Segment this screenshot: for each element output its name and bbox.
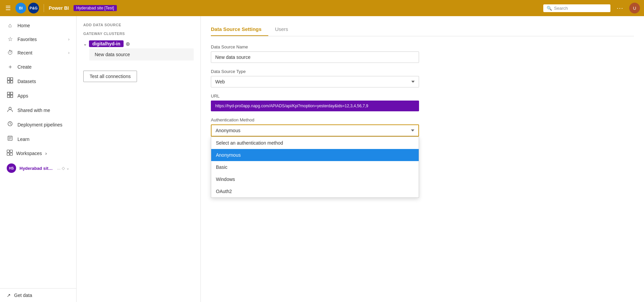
topbar-divider	[44, 4, 44, 12]
svg-rect-3	[10, 81, 13, 83]
svg-rect-2	[7, 81, 10, 83]
dots-icon: ...	[57, 166, 60, 171]
auth-dropdown-option-windows[interactable]: Windows	[211, 173, 419, 185]
svg-rect-6	[7, 95, 10, 98]
auth-select-container: Anonymous Basic Windows OAuth2 Select an…	[211, 124, 419, 137]
app-title: Power BI	[49, 5, 69, 11]
more-options-icon[interactable]: ⋯	[616, 4, 623, 12]
search-placeholder: Search	[554, 6, 568, 11]
sidebar-workspace-item[interactable]: HS Hyderabad site [...] ... ◇ ⌄	[0, 160, 76, 176]
test-connections-button[interactable]: Test all connections	[83, 71, 137, 82]
shared-icon	[7, 106, 13, 114]
auth-method-group: Authentication Method Anonymous Basic Wi…	[211, 117, 634, 137]
auth-dropdown-option-basic[interactable]: Basic	[211, 161, 419, 173]
datasource-type-group: Data Source Type Web	[211, 69, 634, 87]
topbar: ☰ BI P&G Power BI Hyderabad site [Test] …	[0, 0, 644, 16]
workspace-name: Hyderabad site [...]	[19, 166, 54, 171]
home-icon: ⌂	[7, 22, 13, 29]
sidebar-item-label: Datasets	[17, 79, 36, 84]
chevron-down-icon: ⌄	[66, 166, 70, 171]
sidebar-item-label: Home	[17, 23, 30, 28]
svg-rect-5	[10, 92, 13, 95]
diamond-icon: ◇	[62, 166, 65, 171]
tabs: Data Source Settings Users	[211, 23, 634, 36]
sidebar-nav: ⌂ Home ☆ Favorites › ⏱ Recent › ＋ Create	[0, 16, 76, 288]
gateway-header: ⌄ digitalhyd-in ⊕	[83, 40, 194, 47]
sidebar-item-label: Create	[17, 64, 32, 70]
datasource-name-label: Data Source Name	[211, 44, 634, 49]
url-label: URL	[211, 93, 634, 99]
powerbi-logo: BI	[15, 3, 26, 13]
sidebar-item-shared[interactable]: Shared with me	[0, 103, 76, 117]
new-datasource-item[interactable]: New data source	[89, 48, 194, 61]
gateway-add-icon[interactable]: ⊕	[126, 41, 130, 47]
favorites-icon: ☆	[7, 36, 13, 43]
workspace-text: Hyderabad site [...]	[19, 166, 54, 171]
url-group: URL	[211, 93, 634, 111]
sidebar-item-apps[interactable]: Apps	[0, 88, 76, 103]
datasource-name-input[interactable]	[211, 51, 419, 63]
sidebar-item-datasets[interactable]: Datasets	[0, 74, 76, 88]
left-panel: ADD DATA SOURCE GATEWAY CLUSTERS ⌄ digit…	[77, 16, 201, 302]
workspace-badge: Hyderabad site [Test]	[74, 5, 117, 11]
deployment-icon	[7, 121, 13, 128]
chevron-right-icon: ›	[68, 37, 70, 42]
auth-dropdown-list: Select an authentication method Anonymou…	[211, 137, 419, 198]
search-icon: 🔍	[547, 6, 552, 11]
svg-rect-7	[10, 95, 13, 98]
main-layout: ⌂ Home ☆ Favorites › ⏱ Recent › ＋ Create	[0, 16, 644, 302]
apps-icon	[7, 92, 13, 100]
search-bar[interactable]: 🔍 Search	[543, 4, 610, 12]
sidebar-item-create[interactable]: ＋ Create	[0, 60, 76, 74]
sidebar-item-favorites[interactable]: ☆ Favorites ›	[0, 32, 76, 46]
sidebar: ⌂ Home ☆ Favorites › ⏱ Recent › ＋ Create	[0, 16, 77, 302]
auth-method-select[interactable]: Anonymous Basic Windows OAuth2	[211, 124, 419, 137]
datasource-name-group: Data Source Name	[211, 44, 634, 63]
auth-dropdown-option-oauth2[interactable]: OAuth2	[211, 185, 419, 197]
svg-rect-0	[7, 78, 10, 80]
auth-method-label: Authentication Method	[211, 117, 634, 122]
workspace-avatar: HS	[7, 163, 16, 173]
sidebar-item-label: Deployment pipelines	[17, 122, 62, 127]
getdata-label: Get data	[14, 293, 32, 298]
sidebar-item-label: Shared with me	[17, 108, 50, 113]
recent-icon: ⏱	[7, 49, 13, 56]
sidebar-item-label: Workspaces	[16, 151, 42, 156]
pg-logo: P&G	[28, 3, 39, 13]
svg-rect-4	[7, 92, 10, 95]
sidebar-item-recent[interactable]: ⏱ Recent ›	[0, 46, 76, 60]
datasets-icon	[7, 77, 13, 85]
hamburger-icon[interactable]: ☰	[4, 4, 12, 12]
logo-area: BI P&G	[15, 3, 39, 13]
svg-rect-14	[10, 153, 12, 155]
svg-rect-1	[10, 78, 13, 80]
right-panel: Data Source Settings Users Data Source N…	[201, 16, 644, 302]
sidebar-item-label: Learn	[17, 137, 30, 142]
sidebar-item-deployment[interactable]: Deployment pipelines	[0, 117, 76, 132]
datasource-type-label: Data Source Type	[211, 69, 634, 74]
sidebar-item-workspaces[interactable]: Workspaces ›	[0, 146, 76, 160]
svg-rect-11	[7, 150, 9, 152]
chevron-right-icon: ›	[45, 151, 47, 156]
sidebar-getdata[interactable]: ↗ Get data	[0, 288, 76, 302]
sidebar-item-label: Favorites	[17, 37, 37, 42]
learn-icon	[7, 135, 13, 143]
sidebar-item-learn[interactable]: Learn	[0, 132, 76, 146]
sidebar-item-label: Apps	[17, 93, 28, 99]
datasource-type-select[interactable]: Web	[211, 76, 419, 87]
chevron-right-icon: ›	[68, 50, 70, 55]
gateway-clusters-label: GATEWAY CLUSTERS	[83, 32, 194, 36]
avatar[interactable]: U	[629, 3, 640, 13]
tab-datasource-settings[interactable]: Data Source Settings	[211, 23, 268, 36]
create-icon: ＋	[7, 63, 13, 71]
tab-users[interactable]: Users	[275, 23, 295, 36]
getdata-icon: ↗	[7, 293, 11, 298]
auth-dropdown-option-select[interactable]: Select an authentication method	[211, 137, 419, 149]
gateway-section: GATEWAY CLUSTERS ⌄ digitalhyd-in ⊕ New d…	[83, 32, 194, 61]
gateway-chevron-icon[interactable]: ⌄	[83, 41, 87, 46]
auth-dropdown-option-anonymous[interactable]: Anonymous	[211, 149, 419, 161]
url-input[interactable]	[211, 101, 419, 111]
workspaces-icon	[7, 150, 13, 157]
sidebar-item-home[interactable]: ⌂ Home	[0, 19, 76, 32]
gateway-name[interactable]: digitalhyd-in	[89, 40, 124, 47]
